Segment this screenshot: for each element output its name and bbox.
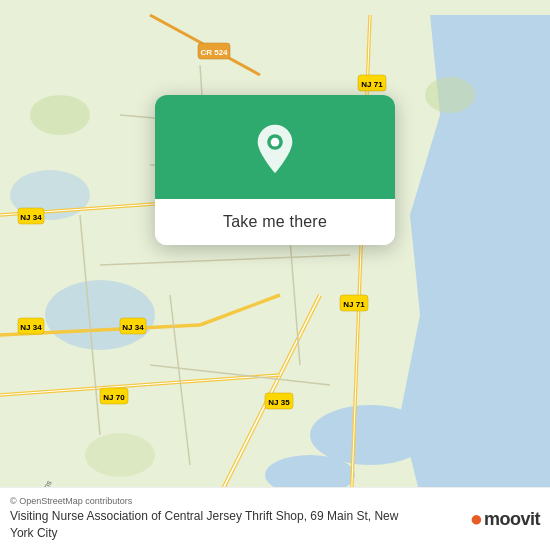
- card-header: [155, 95, 395, 199]
- svg-point-6: [430, 175, 490, 215]
- svg-text:NJ 35: NJ 35: [268, 398, 290, 407]
- svg-text:NJ 34: NJ 34: [122, 323, 144, 332]
- svg-text:NJ 34: NJ 34: [20, 323, 42, 332]
- svg-text:NJ 70: NJ 70: [103, 393, 125, 402]
- svg-text:CR 524: CR 524: [200, 48, 228, 57]
- moovit-logo: ● moovit: [470, 506, 540, 532]
- svg-point-4: [45, 280, 155, 350]
- bottom-bar-info: © OpenStreetMap contributors Visiting Nu…: [10, 496, 410, 542]
- location-pin-icon: [249, 123, 301, 175]
- map-background: NJ 34 NJ 34 NJ 34 NJ 71 NJ 71 NJ 70 NJ 3…: [0, 0, 550, 550]
- svg-point-49: [30, 95, 90, 135]
- svg-point-53: [271, 138, 280, 147]
- take-me-there-button[interactable]: Take me there: [155, 199, 395, 245]
- svg-text:NJ 71: NJ 71: [343, 300, 365, 309]
- svg-text:NJ 71: NJ 71: [361, 80, 383, 89]
- svg-text:NJ 34: NJ 34: [20, 213, 42, 222]
- svg-point-50: [425, 77, 475, 113]
- map-container: NJ 34 NJ 34 NJ 34 NJ 71 NJ 71 NJ 70 NJ 3…: [0, 0, 550, 550]
- svg-point-2: [310, 405, 430, 465]
- location-card: Take me there: [155, 95, 395, 245]
- map-attribution: © OpenStreetMap contributors: [10, 496, 410, 506]
- svg-point-7: [465, 295, 515, 375]
- moovit-dot: ●: [470, 506, 483, 532]
- moovit-brand-text: moovit: [484, 509, 540, 530]
- location-name: Visiting Nurse Association of Central Je…: [10, 508, 410, 542]
- svg-point-51: [85, 433, 155, 477]
- bottom-bar: © OpenStreetMap contributors Visiting Nu…: [0, 487, 550, 550]
